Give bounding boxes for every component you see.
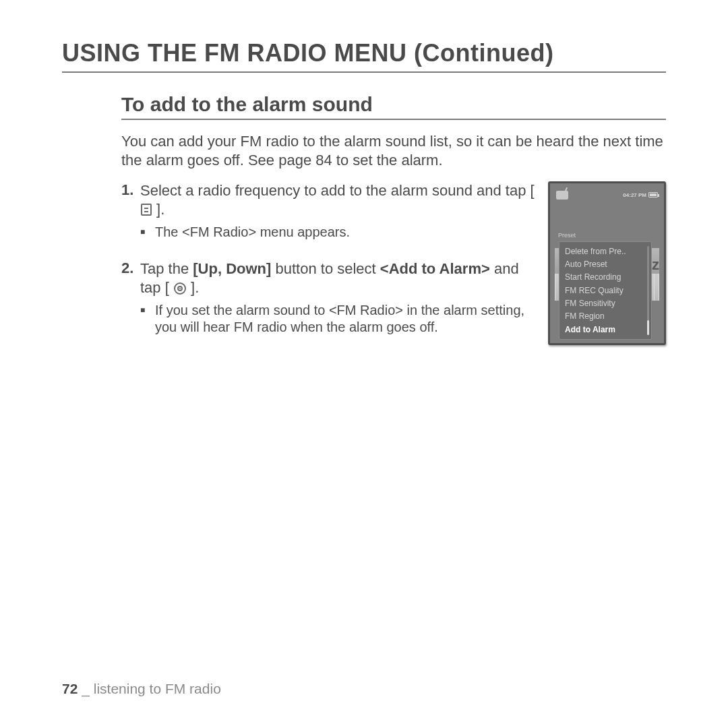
- sub-text: If you set the alarm sound to <FM Radio>…: [155, 302, 536, 336]
- page-title: USING THE FM RADIO MENU (Continued): [62, 39, 666, 73]
- sub-text: The <FM Radio> menu appears.: [155, 224, 536, 241]
- bracket: ]: [152, 201, 160, 218]
- page-footer: 72 _ listening to FM radio: [62, 681, 221, 697]
- bullet-icon: ■: [140, 302, 155, 336]
- page-number: 72: [62, 681, 78, 696]
- step-sub: ■ If you set the alarm sound to <FM Radi…: [140, 302, 536, 336]
- step-sub: ■ The <FM Radio> menu appears.: [140, 224, 536, 241]
- menu-button-icon: [141, 204, 152, 216]
- step-number: 2.: [121, 260, 140, 336]
- footer-separator: _: [82, 681, 90, 696]
- device-screenshot: 04:27 PM Iz Preset Delete from Pre..Auto…: [548, 181, 666, 345]
- bracket: ]: [187, 279, 195, 296]
- menu-item: Delete from Pre..: [559, 245, 651, 257]
- period: .: [195, 279, 199, 296]
- step-text: Select a radio frequency to add to the a…: [140, 181, 536, 218]
- text: Tap the: [140, 260, 193, 277]
- preset-label: Preset: [558, 232, 576, 239]
- intro-paragraph: You can add your FM radio to the alarm s…: [121, 132, 666, 169]
- radio-icon: [556, 191, 568, 200]
- period: .: [160, 201, 164, 218]
- step-1: 1. Select a radio frequency to add to th…: [121, 181, 536, 241]
- menu-item: FM REC Quality: [559, 284, 651, 297]
- device-statusbar: 04:27 PM: [555, 188, 659, 203]
- battery-icon: [648, 192, 658, 198]
- step-2: 2. Tap the [Up, Down] button to select <…: [121, 260, 536, 336]
- steps-list: 1. Select a radio frequency to add to th…: [121, 181, 536, 342]
- section-heading: To add to the alarm sound: [121, 93, 666, 120]
- bold-text: <Add to Alarm>: [380, 260, 490, 277]
- menu-item: Start Recording: [559, 271, 651, 284]
- menu-item: FM Sensitivity: [559, 297, 651, 310]
- bullet-icon: ■: [140, 224, 155, 241]
- menu-item: Auto Preset: [559, 257, 651, 270]
- select-button-icon: [174, 282, 186, 295]
- step-number: 1.: [121, 181, 140, 241]
- step-text: Tap the [Up, Down] button to select <Add…: [140, 260, 536, 297]
- menu-scrollbar: [647, 246, 649, 335]
- text: Select a radio frequency to add to the a…: [140, 182, 530, 199]
- footer-title: listening to FM radio: [94, 681, 221, 696]
- bold-text: [Up, Down]: [193, 260, 271, 277]
- text: button to select: [271, 260, 380, 277]
- fm-radio-menu: Delete from Pre..Auto PresetStart Record…: [559, 241, 652, 340]
- menu-item: FM Region: [559, 310, 651, 323]
- bracket: [: [165, 279, 173, 296]
- bracket: [: [530, 182, 535, 199]
- menu-item: Add to Alarm: [559, 323, 651, 336]
- device-time: 04:27 PM: [623, 192, 646, 198]
